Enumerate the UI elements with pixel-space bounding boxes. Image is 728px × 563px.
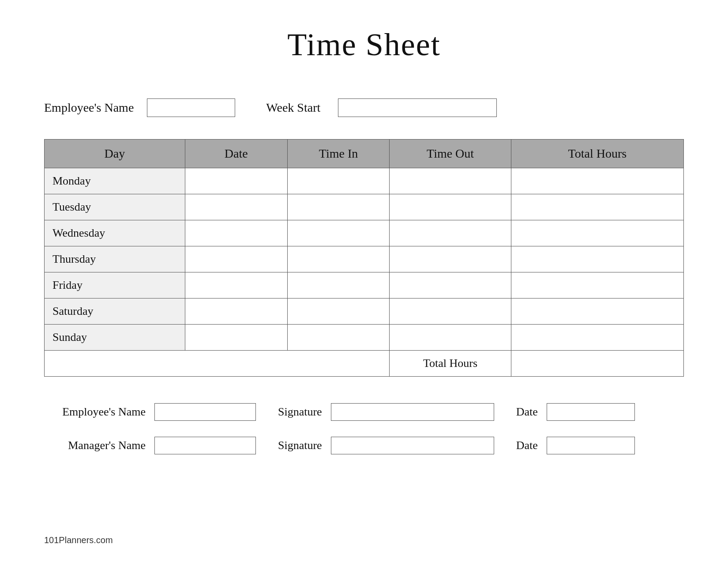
table-row: Saturday (45, 299, 684, 325)
total-hours-value[interactable] (511, 351, 683, 377)
timein-thursday[interactable] (287, 246, 390, 272)
totalhours-sunday[interactable] (511, 325, 683, 351)
timein-monday[interactable] (287, 168, 390, 194)
employee-date-input[interactable] (547, 403, 635, 421)
manager-signature-input[interactable] (331, 437, 494, 454)
employee-sig-name-input[interactable] (154, 403, 256, 421)
table-row: Friday (45, 272, 684, 299)
totalhours-wednesday[interactable] (511, 220, 683, 246)
day-thursday: Thursday (45, 246, 185, 272)
col-header-date: Date (185, 140, 287, 168)
employee-name-input[interactable] (147, 98, 235, 117)
totalhours-saturday[interactable] (511, 299, 683, 325)
empty-cell-3 (287, 351, 390, 377)
employee-signature-input[interactable] (331, 403, 494, 421)
day-saturday: Saturday (45, 299, 185, 325)
timeout-monday[interactable] (390, 168, 511, 194)
date-friday[interactable] (185, 272, 287, 299)
manager-sig-label: Signature (278, 439, 322, 452)
timein-friday[interactable] (287, 272, 390, 299)
signature-section: Employee's Name Signature Date Manager's… (44, 403, 684, 454)
manager-date-input[interactable] (547, 437, 635, 454)
timeout-sunday[interactable] (390, 325, 511, 351)
timeout-tuesday[interactable] (390, 194, 511, 220)
col-header-day: Day (45, 140, 185, 168)
week-start-label: Week Start (266, 101, 320, 115)
total-hours-row: Total Hours (45, 351, 684, 377)
totalhours-friday[interactable] (511, 272, 683, 299)
table-row: Sunday (45, 325, 684, 351)
timeout-thursday[interactable] (390, 246, 511, 272)
timeout-wednesday[interactable] (390, 220, 511, 246)
manager-sig-row: Manager's Name Signature Date (44, 437, 684, 454)
timein-wednesday[interactable] (287, 220, 390, 246)
col-header-timein: Time In (287, 140, 390, 168)
page-title: Time Sheet (44, 26, 684, 63)
col-header-timeout: Time Out (390, 140, 511, 168)
manager-sig-name-label: Manager's Name (44, 439, 146, 452)
employee-sig-row: Employee's Name Signature Date (44, 403, 684, 421)
timein-sunday[interactable] (287, 325, 390, 351)
timesheet-table: Day Date Time In Time Out Total Hours Mo… (44, 139, 684, 377)
table-row: Tuesday (45, 194, 684, 220)
footer-watermark: 101Planners.com (44, 535, 113, 545)
page: Time Sheet Employee's Name Week Start Da… (0, 0, 728, 563)
total-hours-label: Total Hours (390, 351, 511, 377)
timeout-saturday[interactable] (390, 299, 511, 325)
day-sunday: Sunday (45, 325, 185, 351)
employee-sig-name-label: Employee's Name (44, 405, 146, 419)
table-row: Thursday (45, 246, 684, 272)
date-thursday[interactable] (185, 246, 287, 272)
date-monday[interactable] (185, 168, 287, 194)
day-tuesday: Tuesday (45, 194, 185, 220)
employee-sig-label: Signature (278, 405, 322, 419)
timein-saturday[interactable] (287, 299, 390, 325)
timeout-friday[interactable] (390, 272, 511, 299)
totalhours-thursday[interactable] (511, 246, 683, 272)
date-wednesday[interactable] (185, 220, 287, 246)
totalhours-monday[interactable] (511, 168, 683, 194)
table-row: Wednesday (45, 220, 684, 246)
date-tuesday[interactable] (185, 194, 287, 220)
day-wednesday: Wednesday (45, 220, 185, 246)
employee-name-label: Employee's Name (44, 101, 134, 115)
table-row: Monday (45, 168, 684, 194)
date-sunday[interactable] (185, 325, 287, 351)
day-friday: Friday (45, 272, 185, 299)
day-monday: Monday (45, 168, 185, 194)
empty-cell-1 (45, 351, 185, 377)
week-start-input[interactable] (338, 98, 497, 117)
col-header-totalhours: Total Hours (511, 140, 683, 168)
manager-sig-name-input[interactable] (154, 437, 256, 454)
manager-date-label: Date (516, 439, 538, 452)
totalhours-tuesday[interactable] (511, 194, 683, 220)
date-saturday[interactable] (185, 299, 287, 325)
header-row: Employee's Name Week Start (44, 98, 684, 117)
employee-date-label: Date (516, 405, 538, 419)
empty-cell-2 (185, 351, 287, 377)
timein-tuesday[interactable] (287, 194, 390, 220)
